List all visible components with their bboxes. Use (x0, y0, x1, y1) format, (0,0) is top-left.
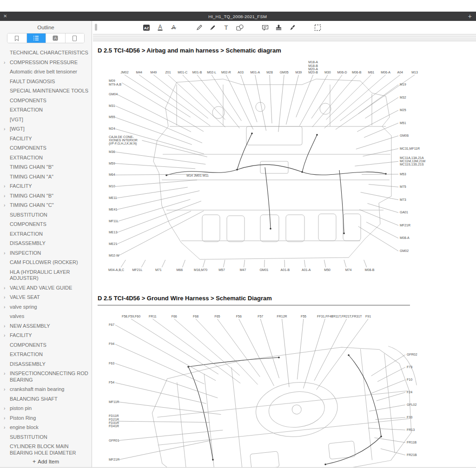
diagram-label: FR21B (407, 453, 417, 456)
outline-item[interactable]: FAULT DIAGNOSIS (0, 77, 92, 87)
outline-item[interactable]: ›VALVE SEAT (0, 293, 92, 303)
outline-item[interactable]: TECHNICAL CHARACTERISTICS (0, 48, 92, 58)
new-tab-icon[interactable]: + (468, 13, 472, 19)
tab-annotations[interactable]: A (46, 33, 66, 43)
outline-item[interactable]: EXTRACTION (0, 350, 92, 360)
window-body: Outline A TECHNICAL CHARACTERISTICS›COMP… (0, 21, 476, 468)
vehicle-floorpan-art (153, 79, 391, 259)
diagram-label: M74 (345, 268, 352, 271)
tab-bookmarks[interactable] (7, 33, 27, 43)
outline-item[interactable]: DISASSEMBLY (0, 239, 92, 249)
outline-item[interactable]: CAM FOLLOWER (ROCKER) (0, 258, 92, 268)
disclosure-chevron-icon[interactable]: › (4, 304, 10, 311)
disclosure-chevron-icon[interactable]: › (4, 126, 10, 132)
disclosure-chevron-icon[interactable]: › (4, 332, 10, 339)
diagram-label: GFR02 (407, 353, 417, 356)
outline-item[interactable]: ›[WGT] (0, 125, 92, 134)
outline-item[interactable]: COMPONENTS (0, 144, 92, 153)
disclosure-chevron-icon[interactable]: › (4, 202, 10, 209)
scrollbar-thumb[interactable] (95, 24, 97, 31)
outline-item[interactable]: ›INSPECTION (0, 249, 92, 258)
diagram-label: JM02 (120, 71, 128, 74)
strikeout-text-icon[interactable]: A (169, 23, 178, 32)
diagram-label: F65 (214, 315, 220, 318)
disclosure-chevron-icon[interactable]: › (4, 285, 10, 291)
outline-item[interactable]: valves (0, 312, 92, 322)
shapes-icon[interactable] (235, 23, 244, 32)
marker-icon[interactable] (208, 23, 217, 32)
diagram-label: GFL02 (407, 403, 417, 406)
outline-item[interactable]: [VGT] (0, 115, 92, 125)
disclosure-chevron-icon[interactable]: › (4, 415, 10, 422)
disclosure-chevron-icon[interactable]: › (4, 183, 10, 190)
outline-item[interactable]: COMPONENTS (0, 96, 92, 106)
outline-item[interactable]: ›Piston Ring (0, 414, 92, 423)
outline-item[interactable]: EXTRACTION (0, 153, 92, 163)
outline-item-label: BALANCING SHAFT (10, 396, 89, 403)
outline-item-label: [WGT] (10, 126, 89, 132)
outline-item[interactable]: ›valve spring (0, 303, 92, 312)
outline-item[interactable]: ›FACILITY (0, 331, 92, 341)
disclosure-chevron-icon[interactable]: › (4, 60, 10, 66)
pencil-icon[interactable] (195, 23, 204, 32)
outline-item[interactable]: ›FACILITY (0, 182, 92, 192)
outline-item[interactable]: CYLINDER BLOCK MAIN BEARING HOLE DIAMETE… (0, 442, 92, 456)
diagram-label: M19 (400, 83, 406, 86)
disclosure-chevron-icon[interactable]: › (4, 386, 10, 393)
diagram-label: A01-A (302, 268, 311, 271)
outline-item[interactable]: HLA (HYDRAULIC LAYER ADJUSTER) (0, 268, 92, 284)
outline-item[interactable]: COMPONENTS (0, 341, 92, 350)
outline-item-label: valves (10, 313, 89, 320)
outline-item[interactable]: ›TIMING CHAIN "B" (0, 192, 92, 201)
disclosure-chevron-icon[interactable]: › (4, 250, 10, 257)
outline-item[interactable]: EXTRACTION (0, 230, 92, 239)
outline-item[interactable]: ›VALVE AND VALVE GUIDE (0, 284, 92, 293)
outline-item[interactable]: TIMING CHAIN "B" (0, 163, 92, 172)
note-icon[interactable] (261, 23, 270, 32)
outline-item[interactable]: TIMING CHAIN "A" (0, 172, 92, 182)
outline-item[interactable]: BALANCING SHAFT (0, 395, 92, 404)
reader-mode-icon[interactable]: AZ (142, 23, 151, 32)
disclosure-chevron-icon[interactable]: › (4, 294, 10, 301)
outline-item[interactable]: SUBSTITUTION (0, 211, 92, 220)
text-tool-icon[interactable]: T (222, 23, 231, 32)
diagram-label: M47 (240, 268, 246, 271)
outline-item[interactable]: ›INSPECTIONCONNECTING ROD BEARING (0, 369, 92, 385)
outline-item-label: SUBSTITUTION (10, 212, 89, 218)
tab-thumbnails[interactable] (66, 33, 85, 43)
disclosure-chevron-icon[interactable]: › (4, 193, 10, 199)
stamp-icon[interactable] (274, 23, 283, 32)
outline-item[interactable]: Automatic drive belt tensioner (0, 67, 92, 77)
disclosure-chevron-icon[interactable]: › (4, 405, 10, 412)
outline-item[interactable]: ›engine block (0, 423, 92, 433)
outline-item[interactable]: SPECIAL MAINTENANCE TOOLS (0, 86, 92, 96)
highlight-text-icon[interactable]: A (156, 23, 165, 32)
outline-item-label: DISASSEMBLY (10, 361, 89, 368)
outline-item[interactable]: EXTRACTION (0, 106, 92, 115)
outline-item[interactable]: SUBSTITUTION (0, 433, 92, 443)
outline-item[interactable]: ›crankshaft main bearing (0, 385, 92, 395)
disclosure-chevron-icon[interactable]: › (4, 323, 10, 330)
outline-item-label: SPECIAL MAINTENANCE TOOLS (10, 88, 89, 94)
add-item-button[interactable]: + Add Item (0, 456, 92, 467)
outline-item[interactable]: ›COMPRESSION PRESSURE (0, 58, 92, 68)
signature-icon[interactable] (288, 23, 297, 32)
close-tab-icon[interactable]: ✕ (3, 14, 7, 19)
select-area-icon[interactable] (313, 23, 322, 32)
outline-item[interactable]: COMPONENTS (0, 220, 92, 230)
outline-item[interactable]: ›piston pin (0, 404, 92, 414)
outline-item-label: INSPECTION (10, 250, 89, 257)
disclosure-chevron-icon[interactable]: › (4, 370, 10, 383)
app-window: ✕ HI_H1_TQ_2008-2021_FSM + Outline A (0, 12, 476, 468)
outline-item[interactable]: DISASSEMBLY (0, 360, 92, 370)
diagram-label: MC11A,13A,21AMC11M,13M,21MMC11S,13S,21S (400, 156, 425, 166)
outline-item[interactable]: ›NEW ASSEMBLY (0, 322, 92, 331)
horizontal-scrollbar-track[interactable] (93, 34, 476, 37)
diagram-label: M09M79-A,B (109, 79, 122, 86)
diagram-label: M01-A (250, 71, 260, 74)
outline-item[interactable]: FACILITY (0, 134, 92, 144)
disclosure-chevron-icon[interactable]: › (4, 424, 10, 431)
tab-outline[interactable] (27, 33, 46, 43)
outline-item[interactable]: ›TIMING CHAIN "C" (0, 201, 92, 211)
outline-item-label: COMPONENTS (10, 221, 89, 228)
